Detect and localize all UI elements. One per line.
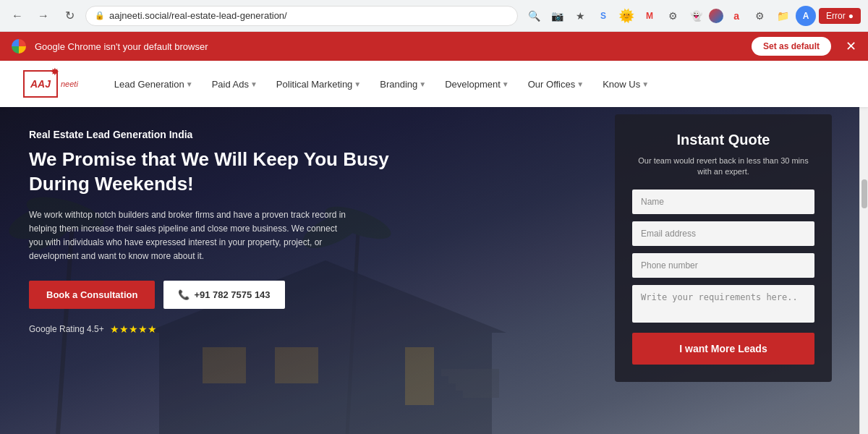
chevron-down-icon: ▼ xyxy=(250,80,258,88)
email-input[interactable] xyxy=(632,221,814,246)
toolbar-icons: 🔍 📷 ★ S 🌞 M ⚙ 👻 a ⚙ 📁 A Error ● xyxy=(524,6,861,26)
nav-development[interactable]: Development ▼ xyxy=(438,73,516,95)
ghost-icon[interactable]: 👻 xyxy=(686,6,706,26)
call-button[interactable]: 📞 +91 782 7575 143 xyxy=(163,281,284,309)
hero-content: Real Estate Lead Generation India We Pro… xyxy=(0,107,434,357)
back-button[interactable]: ← xyxy=(7,6,27,26)
submit-button[interactable]: I want More Leads xyxy=(632,333,814,365)
chrome-icon xyxy=(12,39,26,54)
nav-branding-label: Branding xyxy=(380,79,417,90)
profile-button[interactable]: A xyxy=(796,6,816,26)
hero-buttons: Book a Consultation 📞 +91 782 7575 143 xyxy=(29,281,405,309)
quote-form-subtitle: Our team would revert back in less than … xyxy=(632,156,814,178)
chevron-down-icon: ▼ xyxy=(354,80,361,88)
forward-button[interactable]: → xyxy=(33,6,54,26)
phone-icon: 📞 xyxy=(178,289,190,300)
nav-paid-ads-label: Paid Ads xyxy=(212,79,249,90)
site-logo[interactable]: AAJ ✸ neeti xyxy=(23,70,78,98)
m-extension-icon[interactable]: M xyxy=(639,6,660,26)
nav-links: Lead Generation ▼ Paid Ads ▼ Political M… xyxy=(107,73,845,95)
a-extension-icon[interactable]: a xyxy=(726,6,746,26)
nav-political-marketing[interactable]: Political Marketing ▼ xyxy=(269,73,368,95)
lock-icon: 🔒 xyxy=(95,11,105,20)
page-content: Google Chrome isn't your default browser… xyxy=(0,32,868,434)
nav-our-offices-label: Our Offices xyxy=(528,79,576,90)
book-consultation-button[interactable]: Book a Consultation xyxy=(29,281,155,309)
error-label: Error xyxy=(826,11,846,21)
camera-off-icon[interactable]: 📷 xyxy=(547,6,567,26)
s-extension-icon[interactable]: S xyxy=(593,6,613,26)
gear-extension-icon[interactable]: ⚙ xyxy=(663,6,683,26)
scrollbar[interactable] xyxy=(859,107,868,434)
chevron-down-icon: ▼ xyxy=(576,80,584,88)
hero-description: We work withtop notch builders and broke… xyxy=(29,208,347,264)
chevron-down-icon: ▼ xyxy=(502,80,509,88)
hero-section: Real Estate Lead Generation India We Pro… xyxy=(0,107,868,434)
quote-form: Instant Quote Our team would revert back… xyxy=(615,114,832,382)
hero-title-small: Real Estate Lead Generation India xyxy=(29,129,405,140)
browser-toolbar: ← → ↻ 🔒 aajneeti.social/real-estate-lead… xyxy=(0,0,868,32)
site-navbar: AAJ ✸ neeti Lead Generation ▼ Paid Ads ▼… xyxy=(0,61,868,107)
logo-subtext: neeti xyxy=(61,80,78,88)
url-text: aajneeti.social/real-estate-lead-generat… xyxy=(109,10,287,21)
requirements-input[interactable] xyxy=(632,285,814,323)
default-browser-banner: Google Chrome isn't your default browser… xyxy=(0,32,868,61)
color-icon[interactable]: 🌞 xyxy=(616,6,637,26)
rating-label: Google Rating 4.5+ xyxy=(29,324,104,334)
logo-text: AAJ xyxy=(30,78,51,90)
svg-rect-13 xyxy=(448,376,499,383)
call-number: +91 782 7575 143 xyxy=(194,289,270,300)
set-default-button[interactable]: Set as default xyxy=(752,37,831,56)
name-input[interactable] xyxy=(632,190,814,214)
phone-input[interactable] xyxy=(632,253,814,278)
svg-rect-14 xyxy=(456,383,499,391)
star-rating: ★★★★★ xyxy=(110,323,157,335)
nav-know-us-label: Know Us xyxy=(603,79,640,90)
address-bar[interactable]: 🔒 aajneeti.social/real-estate-lead-gener… xyxy=(85,6,518,26)
nav-paid-ads[interactable]: Paid Ads ▼ xyxy=(205,73,265,95)
circle-extension-icon[interactable] xyxy=(709,9,723,23)
scrollbar-thumb[interactable] xyxy=(861,179,867,208)
error-chevron: ● xyxy=(848,11,854,21)
chevron-down-icon: ▼ xyxy=(419,80,426,88)
nav-lead-generation-label: Lead Generation xyxy=(114,79,184,90)
folder-icon[interactable]: 📁 xyxy=(773,6,793,26)
puzzle-icon[interactable]: ⚙ xyxy=(749,6,770,26)
refresh-button[interactable]: ↻ xyxy=(59,6,80,26)
svg-rect-15 xyxy=(463,391,499,398)
hero-title-large: We Promise that We Will Keep You Busy Du… xyxy=(29,148,405,197)
google-rating: Google Rating 4.5+ ★★★★★ xyxy=(29,323,405,335)
nav-branding[interactable]: Branding ▼ xyxy=(373,73,433,95)
nav-know-us[interactable]: Know Us ▼ xyxy=(595,73,656,95)
nav-development-label: Development xyxy=(445,79,501,90)
chevron-down-icon: ▼ xyxy=(186,80,193,88)
browser-frame: ← → ↻ 🔒 aajneeti.social/real-estate-lead… xyxy=(0,0,868,434)
logo-flower-icon: ✸ xyxy=(51,66,59,77)
quote-form-title: Instant Quote xyxy=(632,132,814,148)
nav-our-offices[interactable]: Our Offices ▼ xyxy=(521,73,591,95)
search-icon[interactable]: 🔍 xyxy=(524,6,544,26)
nav-lead-generation[interactable]: Lead Generation ▼ xyxy=(107,73,200,95)
bookmark-icon[interactable]: ★ xyxy=(570,6,590,26)
banner-message: Google Chrome isn't your default browser xyxy=(35,41,743,52)
chevron-down-icon: ▼ xyxy=(642,80,649,88)
logo-box: AAJ ✸ xyxy=(23,70,58,98)
error-button[interactable]: Error ● xyxy=(819,8,861,24)
nav-political-marketing-label: Political Marketing xyxy=(276,79,353,90)
banner-close-button[interactable]: ✕ xyxy=(846,38,856,54)
svg-rect-12 xyxy=(441,369,499,376)
